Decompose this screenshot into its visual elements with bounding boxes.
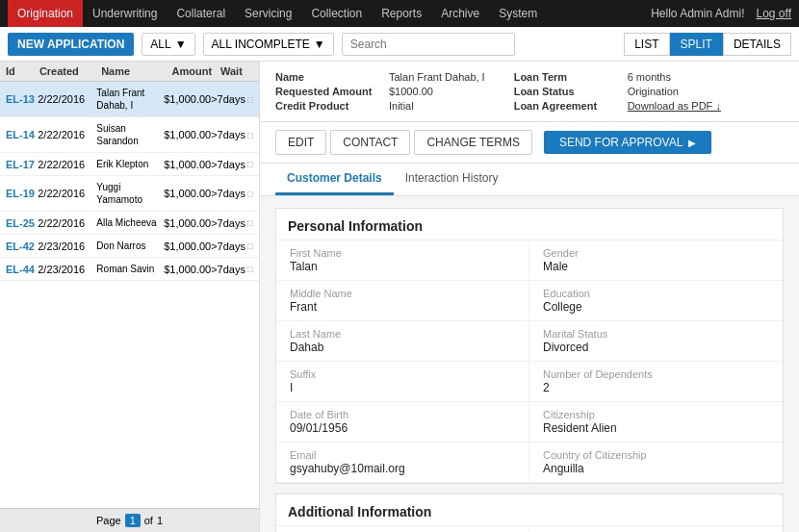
credit-product-label: Credit Product xyxy=(275,100,381,112)
col-header-amount: Amount xyxy=(172,65,220,77)
send-approval-arrow-icon: ▶ xyxy=(688,138,696,148)
edit-button[interactable]: EDIT xyxy=(275,130,326,155)
personal-cell: Marital StatusDivorced xyxy=(529,321,783,362)
send-approval-label: SEND FOR APPROVAL xyxy=(559,136,683,149)
col-header-id: Id xyxy=(6,65,39,77)
add-cell: Social Security Number343-65-7769 xyxy=(276,526,529,532)
nav-servicing[interactable]: Servicing xyxy=(235,0,301,27)
split-view-button[interactable]: SPLIT xyxy=(670,33,723,56)
send-approval-button[interactable]: SEND FOR APPROVAL ▶ xyxy=(544,131,711,154)
table-row[interactable]: EL-44 2/23/2016 Roman Savin $1,000.00 >7… xyxy=(0,258,259,281)
row-name: Alla Micheeva xyxy=(96,216,164,229)
personal-cell: Last NameDahab xyxy=(276,321,529,362)
col-header-created: Created xyxy=(39,65,101,77)
top-navigation: Origination Underwriting Collateral Serv… xyxy=(0,0,799,27)
tab-customer-details[interactable]: Customer Details xyxy=(275,164,394,195)
table-row[interactable]: EL-17 2/22/2016 Erik Klepton $1,000.00 >… xyxy=(0,153,259,176)
all-filter-button[interactable]: ALL ▼ xyxy=(142,33,194,56)
col-header-wait: Wait xyxy=(220,65,253,77)
row-id: EL-14 xyxy=(6,129,38,140)
additional-info-title: Additional Information xyxy=(276,494,783,526)
personal-info-grid: First NameTalanGenderMaleMiddle NameFran… xyxy=(276,241,783,483)
personal-information-section: Personal Information First NameTalanGend… xyxy=(275,208,784,484)
row-id: EL-13 xyxy=(6,93,38,105)
personal-cell: Number of Dependents2 xyxy=(529,362,783,402)
loan-summary-bar: Name Talan Frant Dahab, I Requested Amou… xyxy=(260,62,799,122)
user-greeting: Hello Admin Admi! xyxy=(651,7,744,20)
row-name: Talan Frant Dahab, I xyxy=(96,87,164,112)
summary-right: Loan Term 6 months Loan Status Originati… xyxy=(514,71,721,112)
nav-collection[interactable]: Collection xyxy=(301,0,372,27)
doc-icon: □ xyxy=(247,189,253,199)
row-created: 2/23/2016 xyxy=(38,241,96,252)
row-id: EL-25 xyxy=(6,217,38,229)
table-row[interactable]: EL-13 2/22/2016 Talan Frant Dahab, I $1,… xyxy=(0,82,259,117)
name-value: Talan Frant Dahab, I xyxy=(389,71,485,83)
nav-system[interactable]: System xyxy=(489,0,547,27)
details-view-button[interactable]: DETAILS xyxy=(723,33,791,56)
requested-amount-label: Requested Amount xyxy=(275,86,381,97)
nav-collateral[interactable]: Collateral xyxy=(167,0,235,27)
loan-status-value: Origination xyxy=(628,86,679,97)
table-header: Id Created Name Amount Wait xyxy=(0,62,259,82)
row-name: Yuggi Yamamoto xyxy=(96,181,164,206)
search-input[interactable] xyxy=(342,33,515,56)
row-amount: $1,000.00 xyxy=(164,241,211,252)
row-name: Suisan Sarandon xyxy=(96,122,164,147)
personal-cell: GenderMale xyxy=(529,241,783,281)
nav-reports[interactable]: Reports xyxy=(372,0,431,27)
row-name: Don Narros xyxy=(96,240,164,252)
table-row[interactable]: EL-19 2/22/2016 Yuggi Yamamoto $1,000.00… xyxy=(0,176,259,212)
content-area: Personal Information First NameTalanGend… xyxy=(260,196,799,532)
loan-agreement-link[interactable]: Download as PDF ↓ xyxy=(628,100,721,112)
name-label: Name xyxy=(275,71,381,83)
row-id: EL-19 xyxy=(6,188,38,199)
row-created: 2/22/2016 xyxy=(38,188,96,199)
doc-icon: □ xyxy=(247,264,253,274)
total-pages: 1 xyxy=(157,515,163,526)
personal-cell: Middle NameFrant xyxy=(276,281,529,321)
row-wait: >7days xyxy=(211,241,245,252)
row-created: 2/22/2016 xyxy=(38,129,96,140)
row-created: 2/22/2016 xyxy=(38,159,96,170)
doc-icon: □ xyxy=(247,130,253,140)
credit-product-value: Initial xyxy=(389,100,414,112)
row-amount: $1,000.00 xyxy=(164,129,211,140)
row-wait: >7days xyxy=(211,264,245,275)
tab-interaction-history[interactable]: Interaction History xyxy=(394,164,510,195)
row-amount: $1,000.00 xyxy=(164,188,211,199)
table-row[interactable]: EL-25 2/22/2016 Alla Micheeva $1,000.00 … xyxy=(0,212,259,235)
left-panel: Id Created Name Amount Wait EL-13 2/22/2… xyxy=(0,62,260,532)
summary-right-col1: Loan Term 6 months Loan Status Originati… xyxy=(514,71,721,112)
row-amount: $1,000.00 xyxy=(164,93,211,105)
row-created: 2/22/2016 xyxy=(38,217,96,229)
row-name: Erik Klepton xyxy=(96,158,164,170)
row-name: Roman Savin xyxy=(96,263,164,275)
logoff-link[interactable]: Log off xyxy=(757,7,791,20)
row-wait: >7days xyxy=(211,93,245,105)
row-wait: >7days xyxy=(211,129,245,140)
loan-status-label: Loan Status xyxy=(514,86,620,97)
table-row[interactable]: EL-14 2/22/2016 Suisan Sarandon $1,000.0… xyxy=(0,117,259,153)
nav-underwriting[interactable]: Underwriting xyxy=(83,0,167,27)
row-created: 2/23/2016 xyxy=(38,264,96,275)
nav-archive[interactable]: Archive xyxy=(431,0,489,27)
doc-icon: □ xyxy=(247,217,253,228)
incomplete-filter-button[interactable]: ALL INCOMPLETE ▼ xyxy=(203,33,334,56)
add-cell: Main Phone5464576898 xyxy=(529,526,783,532)
new-application-button[interactable]: NEW APPLICATION xyxy=(8,33,134,56)
main-layout: Id Created Name Amount Wait EL-13 2/22/2… xyxy=(0,62,799,532)
nav-origination[interactable]: Origination xyxy=(8,0,83,27)
col-header-name: Name xyxy=(101,65,171,77)
toolbar: NEW APPLICATION ALL ▼ ALL INCOMPLETE ▼ L… xyxy=(0,27,799,62)
change-terms-button[interactable]: CHANGE TERMS xyxy=(414,130,531,155)
detail-tabs: Customer Details Interaction History xyxy=(260,164,799,196)
contact-button[interactable]: CONTACT xyxy=(330,130,410,155)
all-filter-chevron: ▼ xyxy=(175,38,187,51)
nav-items: Origination Underwriting Collateral Serv… xyxy=(8,0,547,27)
table-body: EL-13 2/22/2016 Talan Frant Dahab, I $1,… xyxy=(0,82,259,508)
additional-information-section: Additional Information Social Security N… xyxy=(275,494,784,532)
list-view-button[interactable]: LIST xyxy=(624,33,669,56)
row-id: EL-44 xyxy=(6,264,38,275)
table-row[interactable]: EL-42 2/23/2016 Don Narros $1,000.00 >7d… xyxy=(0,235,259,258)
